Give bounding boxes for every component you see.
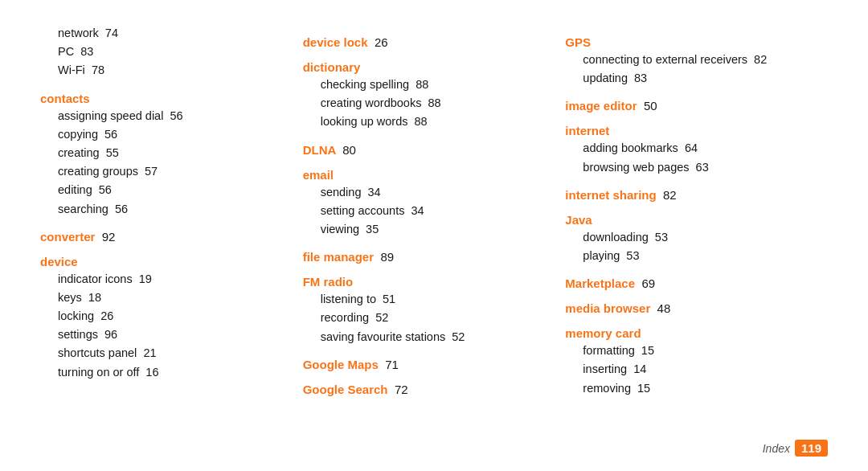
heading-contacts: contacts xyxy=(40,92,287,105)
heading-fm-radio: FM radio xyxy=(303,275,550,289)
contacts-sub-6: searching 56 xyxy=(40,200,287,219)
heading-media-browser: media browser 48 xyxy=(565,301,812,315)
device-sub-5: shortcuts panel 21 xyxy=(40,344,287,362)
device-sub-2: keys 18 xyxy=(40,289,287,307)
index-columns: network 74 PC 83 Wi-Fi 78 contacts assig… xyxy=(40,24,828,447)
memory-card-sub-3: removing 15 xyxy=(565,379,812,398)
heading-google-search: Google Search 72 xyxy=(303,383,550,396)
email-sub-3: viewing 35 xyxy=(303,220,550,239)
top-item-pc: PC 83 xyxy=(40,43,287,61)
heading-email: email xyxy=(303,168,550,182)
heading-internet-sharing: internet sharing 82 xyxy=(565,188,812,202)
top-item-pc-label: PC xyxy=(58,45,74,58)
top-item-pc-num: 83 xyxy=(80,45,93,58)
gps-sub-1: connecting to external receivers 82 xyxy=(565,51,812,69)
footer-text: Index xyxy=(763,442,790,455)
heading-dictionary: dictionary xyxy=(303,60,550,74)
top-item-network-label: network xyxy=(58,27,99,39)
top-item-wifi-label: Wi-Fi xyxy=(58,63,85,76)
device-sub-1: indicator icons 19 xyxy=(40,270,287,289)
footer: Index 119 xyxy=(763,440,828,457)
dictionary-sub-2: creating wordbooks 88 xyxy=(303,94,550,113)
heading-file-manager: file manager 89 xyxy=(303,250,550,264)
footer-page-number: 119 xyxy=(795,440,828,457)
column-2: device lock 26 dictionary checking spell… xyxy=(303,24,566,447)
heading-device-lock: device lock 26 xyxy=(303,35,550,49)
page: network 74 PC 83 Wi-Fi 78 contacts assig… xyxy=(0,0,868,471)
column-1: network 74 PC 83 Wi-Fi 78 contacts assig… xyxy=(40,24,303,447)
internet-sub-1: adding bookmarks 64 xyxy=(565,139,812,158)
java-sub-1: downloading 53 xyxy=(565,228,812,247)
heading-device: device xyxy=(40,255,287,268)
top-item-network: network 74 xyxy=(40,24,287,43)
heading-internet: internet xyxy=(565,124,812,137)
heading-dlna: DLNA 80 xyxy=(303,143,550,157)
heading-marketplace: Marketplace 69 xyxy=(565,276,812,290)
fm-sub-1: listening to 51 xyxy=(303,290,550,309)
contacts-sub-1: assigning speed dial 56 xyxy=(40,107,287,125)
contacts-sub-5: editing 56 xyxy=(40,181,287,199)
heading-converter: converter 92 xyxy=(40,230,287,244)
heading-gps: GPS xyxy=(565,35,812,49)
heading-memory-card: memory card xyxy=(565,326,812,340)
contacts-sub-2: copying 56 xyxy=(40,125,287,144)
heading-google-maps: Google Maps 71 xyxy=(303,358,550,371)
device-sub-4: settings 96 xyxy=(40,326,287,344)
fm-sub-3: saving favourite stations 52 xyxy=(303,328,550,346)
email-sub-1: sending 34 xyxy=(303,183,550,202)
contacts-sub-3: creating 55 xyxy=(40,144,287,162)
top-item-wifi-num: 78 xyxy=(92,63,104,76)
heading-image-editor: image editor 50 xyxy=(565,99,812,113)
device-sub-6: turning on or off 16 xyxy=(40,363,287,382)
device-sub-3: locking 26 xyxy=(40,307,287,326)
contacts-sub-4: creating groups 57 xyxy=(40,162,287,181)
column-3: GPS connecting to external receivers 82 … xyxy=(565,24,828,447)
gps-sub-2: updating 83 xyxy=(565,69,812,88)
top-item-wifi: Wi-Fi 78 xyxy=(40,61,287,80)
email-sub-2: setting accounts 34 xyxy=(303,202,550,220)
dictionary-sub-3: looking up words 88 xyxy=(303,113,550,131)
top-items: network 74 PC 83 Wi-Fi 78 xyxy=(40,24,287,80)
internet-sub-2: browsing web pages 63 xyxy=(565,158,812,177)
heading-java: Java xyxy=(565,213,812,227)
java-sub-2: playing 53 xyxy=(565,247,812,265)
memory-card-sub-1: formatting 15 xyxy=(565,342,812,360)
fm-sub-2: recording 52 xyxy=(303,309,550,327)
memory-card-sub-2: inserting 14 xyxy=(565,360,812,379)
top-item-network-num: 74 xyxy=(105,27,118,39)
dictionary-sub-1: checking spelling 88 xyxy=(303,76,550,94)
